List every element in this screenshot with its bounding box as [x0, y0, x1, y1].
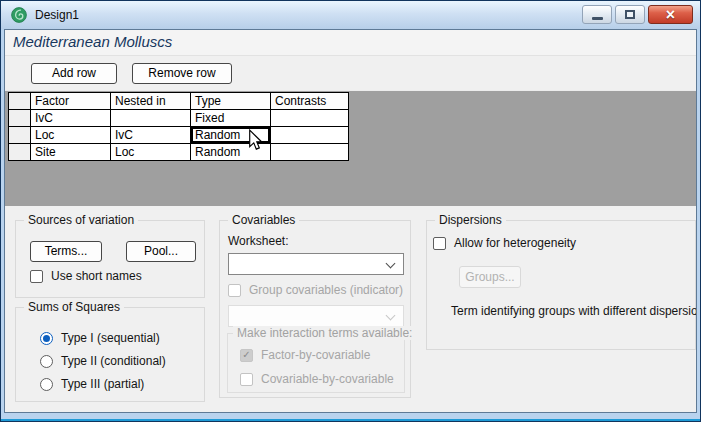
checkbox-box	[30, 270, 43, 283]
remove-row-button[interactable]: Remove row	[132, 63, 232, 84]
factor-by-covariable-label: Factor-by-covariable	[261, 348, 370, 362]
group-title: Covariables	[228, 213, 299, 227]
use-short-names-checkbox[interactable]: Use short names	[30, 269, 142, 283]
minimize-icon	[592, 17, 603, 20]
maximize-button[interactable]	[615, 5, 645, 24]
radio-selected-icon	[40, 332, 53, 345]
group-title: Sources of variation	[24, 213, 138, 227]
column-header-nested-in[interactable]: Nested in	[111, 93, 191, 110]
group-title: Make interaction terms available:	[233, 326, 416, 340]
cell-nested-in[interactable]: Loc	[111, 144, 191, 161]
close-button[interactable]: ×	[648, 5, 693, 24]
cell-nested-in[interactable]	[111, 110, 191, 127]
window-controls: ×	[582, 5, 693, 24]
maximize-icon	[625, 10, 635, 19]
column-header-contrasts[interactable]: Contrasts	[271, 93, 349, 110]
cell-nested-in[interactable]: IvC	[111, 127, 191, 144]
radio-icon	[40, 378, 53, 391]
radio-type-3-partial[interactable]: Type III (partial)	[40, 377, 144, 391]
table-row: Site Loc Random	[9, 144, 349, 161]
minimize-button[interactable]	[582, 5, 612, 24]
cell-factor[interactable]: Site	[31, 144, 111, 161]
terms-button[interactable]: Terms...	[30, 241, 102, 262]
close-icon: ×	[666, 6, 675, 23]
factor-by-covariable-checkbox: ✓ Factor-by-covariable	[240, 348, 370, 362]
group-sources-of-variation: Sources of variation Terms... Pool... Us…	[15, 220, 205, 298]
radio-label: Type I (sequential)	[61, 331, 160, 345]
checkbox-box	[228, 284, 241, 297]
covariable-by-covariable-checkbox: Covariable-by-covariable	[240, 372, 394, 386]
radio-icon	[40, 355, 53, 368]
checkbox-box	[240, 373, 253, 386]
worksheet-label: Worksheet:	[228, 234, 288, 248]
radio-label: Type III (partial)	[61, 377, 144, 391]
cell-contrasts[interactable]	[271, 110, 349, 127]
group-dispersions: Dispersions Allow for heterogeneity Grou…	[426, 220, 696, 350]
group-covariables: Covariables Worksheet: Group covariables…	[219, 220, 411, 398]
check-icon: ✓	[240, 349, 253, 362]
chevron-down-icon	[386, 311, 396, 321]
radio-type-2-conditional[interactable]: Type II (conditional)	[40, 354, 166, 368]
group-make-interaction-terms: Make interaction terms available: ✓ Fact…	[227, 333, 405, 393]
cursor-arrow	[248, 129, 263, 155]
design-window: Design1 × Mediterranean Molluscs Add row…	[0, 0, 701, 422]
cell-contrasts[interactable]	[271, 144, 349, 161]
covariable-by-covariable-label: Covariable-by-covariable	[261, 372, 394, 386]
group-sums-of-squares: Sums of Squares Type I (sequential) Type…	[15, 307, 205, 402]
row-selector[interactable]	[9, 144, 31, 161]
table-row: IvC Fixed	[9, 110, 349, 127]
allow-heterogeneity-checkbox[interactable]: Allow for heterogeneity	[433, 236, 576, 250]
factors-table: Factor Nested in Type Contrasts IvC Fixe…	[8, 92, 349, 161]
options-panel: Sources of variation Terms... Pool... Us…	[5, 206, 696, 412]
group-title: Sums of Squares	[24, 300, 124, 314]
chevron-down-icon	[386, 259, 396, 269]
allow-heterogeneity-label: Allow for heterogeneity	[454, 236, 576, 250]
row-selector[interactable]	[9, 110, 31, 127]
add-row-button[interactable]: Add row	[31, 63, 117, 84]
app-icon-spiral	[11, 7, 27, 23]
column-header-factor[interactable]: Factor	[31, 93, 111, 110]
checkbox-box	[433, 237, 446, 250]
use-short-names-label: Use short names	[51, 269, 142, 283]
term-identifying-label: Term identifying groups with different d…	[451, 304, 697, 318]
cell-type[interactable]: Fixed	[191, 110, 271, 127]
group-covariables-checkbox: Group covariables (indicator)	[228, 283, 403, 297]
group-covariables-label: Group covariables (indicator)	[249, 283, 403, 297]
design-title-band: Mediterranean Molluscs	[5, 30, 696, 56]
table-header-row: Factor Nested in Type Contrasts	[9, 93, 349, 110]
group-title: Dispersions	[435, 213, 506, 227]
cell-factor[interactable]: Loc	[31, 127, 111, 144]
table-background: Factor Nested in Type Contrasts IvC Fixe…	[5, 90, 696, 206]
dialog-client-area: Mediterranean Molluscs Add row Remove ro…	[4, 29, 697, 413]
window-title: Design1	[35, 8, 79, 22]
covariables-group-dropdown	[228, 305, 404, 327]
row-toolbar: Add row Remove row	[5, 57, 696, 90]
titlebar[interactable]: Design1 ×	[1, 1, 700, 29]
radio-type-1-sequential[interactable]: Type I (sequential)	[40, 331, 160, 345]
table-row: Loc IvC Random	[9, 127, 349, 144]
groups-button: Groups...	[459, 266, 521, 288]
row-selector-header	[9, 93, 31, 110]
column-header-type[interactable]: Type	[191, 93, 271, 110]
cell-factor[interactable]: IvC	[31, 110, 111, 127]
design-title: Mediterranean Molluscs	[13, 33, 172, 50]
row-selector[interactable]	[9, 127, 31, 144]
pool-button[interactable]: Pool...	[126, 241, 196, 262]
worksheet-dropdown[interactable]	[228, 253, 404, 275]
radio-label: Type II (conditional)	[61, 354, 166, 368]
cell-contrasts[interactable]	[271, 127, 349, 144]
